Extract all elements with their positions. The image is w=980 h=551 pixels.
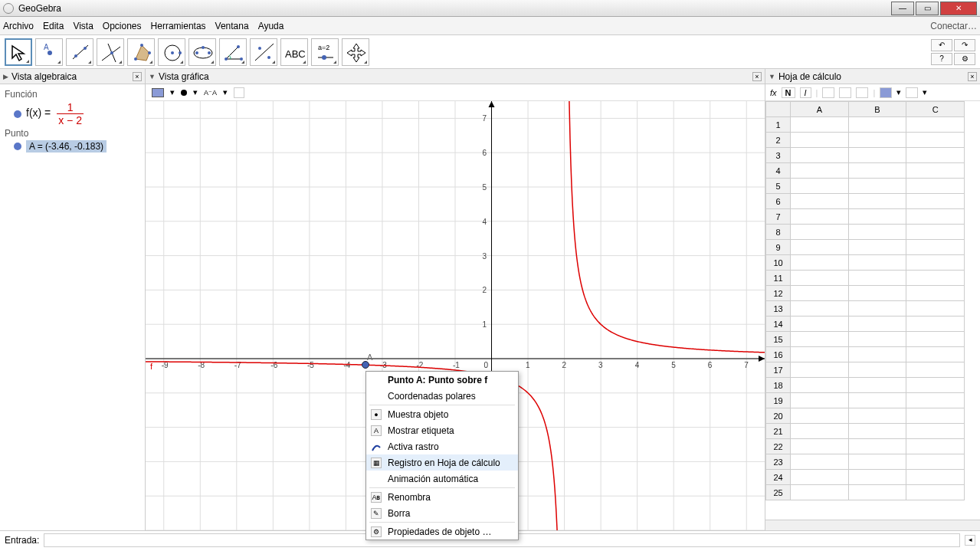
menu-vista[interactable]: Vista [73,21,93,31]
svg-text:ABC: ABC [285,48,306,60]
bold-button[interactable]: N [782,87,795,98]
svg-text:2: 2 [483,286,487,294]
menu-opciones[interactable]: Opciones [103,21,142,31]
visibility-dot-icon[interactable] [14,110,21,118]
dropdown-icon[interactable]: ▾ [170,87,175,97]
tool-move[interactable] [5,38,32,66]
tool-conic[interactable] [188,38,216,66]
collapse-icon: ▶ [3,73,8,80]
ctx-record-spreadsheet[interactable]: ▦Registro en Hoja de cálculo [366,454,518,471]
ctx-delete[interactable]: ✎Borra [366,505,518,521]
svg-text:4: 4 [483,218,487,226]
ctx-animation[interactable]: Animación automática [366,471,518,487]
titlebar: GeoGebra — ▭ ✕ [0,0,980,17]
tool-line[interactable] [66,38,93,66]
svg-text:5: 5 [671,361,676,369]
menubar: Archivo Edita Vista Opciones Herramienta… [0,17,980,35]
tool-slider[interactable]: a=2 [311,38,339,66]
ctx-rename[interactable]: AʙRenombra [366,489,518,505]
ctx-show-object[interactable]: ●Muestra objeto [366,406,518,422]
tool-transform[interactable] [250,38,277,66]
close-button[interactable]: ✕ [940,2,977,15]
ctx-properties[interactable]: ⚙Propiedades de objeto … [366,523,518,540]
label-style-picker[interactable]: A⁻A [204,89,217,97]
ctx-show-label[interactable]: AMostrar etiqueta [366,422,518,438]
point-a-label: A [367,353,372,362]
align-center-button[interactable] [839,87,851,98]
spreadsheet-toolbar: fx N I | | ▾ ▾ [765,84,980,101]
dropdown-icon[interactable]: ▾ [193,87,198,97]
fx-label: fx [770,88,777,97]
svg-text:A: A [44,43,49,51]
redo-button[interactable]: ↷ [954,39,975,51]
minimize-button[interactable]: — [891,2,914,15]
dropdown-icon[interactable]: ▾ [223,87,228,97]
func-den: x − 2 [57,114,84,126]
tool-perpendicular[interactable] [97,38,124,66]
tool-text[interactable]: ABC [280,38,308,66]
ctx-polar[interactable]: Coordenadas polares [366,388,518,404]
ctx-trace[interactable]: Activa rastro [366,438,518,454]
color-picker[interactable] [152,88,164,97]
delete-icon: ✎ [371,508,382,519]
svg-point-10 [140,44,143,47]
connect-link[interactable]: Conectar… [930,21,977,31]
category-function: Función [5,89,140,100]
svg-text:-6: -6 [270,361,277,369]
menu-ventana[interactable]: Ventana [215,21,249,31]
spreadsheet-panel: ▼ Hoja de cálculo × fx N I | | ▾ ▾ ABC12… [765,69,980,530]
spreadsheet-close-button[interactable]: × [968,72,977,81]
settings-button[interactable]: ⚙ [954,53,975,65]
graphics-close-button[interactable]: × [752,72,762,81]
algebra-item-a[interactable]: A = (-3.46, -0.183) [14,140,140,153]
category-point: Punto [5,128,140,139]
svg-text:7: 7 [483,114,487,123]
svg-point-24 [267,56,270,59]
svg-point-23 [258,47,261,50]
align-right-button[interactable] [856,87,868,98]
spreadsheet-scrollbar[interactable] [765,520,980,530]
spreadsheet-grid[interactable]: ABC1234567891011121314151617181920212223… [765,101,980,520]
algebra-close-button[interactable]: × [133,72,142,81]
point-style-picker[interactable] [181,90,187,96]
dropdown-icon[interactable]: ▾ [923,87,927,97]
algebra-panel: ▶ Vista algebraica × Función f(x) = 1x −… [0,69,146,530]
algebra-header[interactable]: ▶ Vista algebraica × [0,69,145,84]
maximize-button[interactable]: ▭ [916,2,939,15]
border-button[interactable] [906,87,918,98]
func-num: 1 [57,101,84,114]
svg-text:4: 4 [635,361,640,369]
svg-point-4 [84,47,87,50]
tool-move-view[interactable] [342,38,369,66]
svg-point-28 [322,55,326,60]
spreadsheet-title: Hoja de cálculo [778,71,841,82]
visibility-dot-icon[interactable] [14,143,21,150]
help-button[interactable]: ? [931,53,952,65]
graphics-header[interactable]: ▼ Vista gráfica × [146,69,765,84]
undo-button[interactable]: ↶ [931,39,952,51]
svg-text:6: 6 [708,361,713,369]
tool-angle[interactable] [219,38,247,66]
italic-button[interactable]: I [800,87,811,98]
tool-polygon[interactable] [127,38,155,66]
algebra-item-f[interactable]: f(x) = 1x − 2 [14,101,140,126]
graphics-title: Vista gráfica [159,71,209,82]
dropdown-icon[interactable]: ▾ [896,87,901,97]
svg-point-13 [171,51,174,54]
menu-ayuda[interactable]: Ayuda [258,21,284,31]
svg-marker-8 [136,45,149,61]
menu-herramientas[interactable]: Herramientas [151,21,206,31]
menu-archivo[interactable]: Archivo [3,21,34,31]
toolbar: A ABC a=2 ↶ ↷ ? ⚙ [0,35,980,69]
input-help-button[interactable]: ◂ [965,535,975,546]
svg-text:3: 3 [598,361,603,369]
tool-circle[interactable] [158,38,185,66]
menu-edita[interactable]: Edita [43,21,64,31]
properties-icon: ⚙ [371,526,382,537]
tool-point[interactable]: A [35,38,63,66]
align-left-button[interactable] [822,87,834,98]
spreadsheet-header[interactable]: ▼ Hoja de cálculo × [765,69,980,84]
bgcolor-button[interactable] [880,87,892,98]
algebra-title: Vista algebraica [11,71,77,82]
pin-button[interactable] [234,87,244,98]
